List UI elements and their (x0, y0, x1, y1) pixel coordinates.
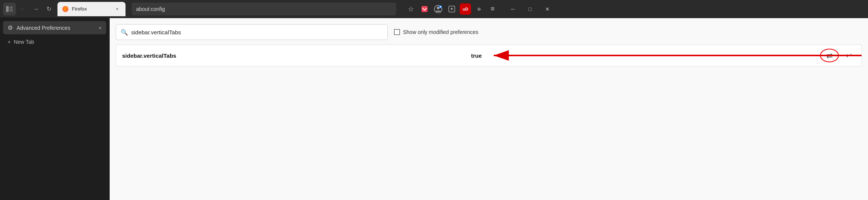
gear-icon: ⚙ (8, 24, 13, 31)
pocket-icon[interactable] (419, 3, 430, 15)
more-tools-icon[interactable]: » (473, 3, 485, 15)
sidebar-toggle-button[interactable] (3, 3, 16, 15)
show-modified-row: Show only modified preferences (394, 29, 478, 35)
toggle-button[interactable]: ⇄ (820, 49, 839, 62)
svg-rect-3 (9, 11, 13, 11)
search-row: 🔍 sidebar.verticalTabs Show only modifie… (116, 24, 862, 40)
sidebar-tab-label: Advanced Preferences (17, 25, 95, 31)
menu-icon[interactable]: ≡ (487, 3, 498, 15)
svg-rect-0 (6, 6, 9, 12)
sidebar: ⚙ Advanced Preferences × + New Tab (0, 18, 110, 200)
show-modified-checkbox[interactable] (394, 29, 400, 35)
reset-button[interactable]: ↩ (842, 49, 856, 62)
preferences-table: sidebar.verticalTabs true (116, 45, 862, 66)
close-button[interactable]: ✕ (539, 3, 556, 15)
plus-icon: + (8, 39, 11, 45)
url-text: about:config (136, 6, 165, 12)
pref-name: sidebar.verticalTabs (122, 52, 471, 59)
sidebar-tab-close-button[interactable]: × (99, 25, 102, 31)
svg-rect-5 (422, 6, 428, 12)
nav-buttons: ← → ↻ (3, 3, 54, 15)
pref-value: true (471, 52, 482, 59)
search-input[interactable]: sidebar.verticalTabs (131, 29, 383, 35)
active-tab[interactable]: Firefox × (57, 2, 126, 16)
back-button[interactable]: ← (17, 3, 29, 15)
tab-close-button[interactable]: × (113, 5, 121, 13)
table-row: sidebar.verticalTabs true (116, 45, 862, 66)
upload-icon[interactable] (446, 3, 457, 15)
toggle-icon: ⇄ (826, 51, 833, 60)
search-icon: 🔍 (121, 29, 128, 36)
sidebar-new-tab-button[interactable]: + New Tab (3, 36, 106, 48)
svg-point-9 (440, 6, 441, 8)
window-controls: ─ □ ✕ (504, 3, 556, 15)
refresh-button[interactable]: ↻ (43, 3, 54, 15)
reset-icon: ↩ (846, 51, 852, 60)
forward-button[interactable]: → (30, 3, 42, 15)
svg-rect-1 (9, 7, 13, 8)
titlebar: ← → ↻ Firefox × about:config ☆ (0, 0, 868, 18)
svg-rect-2 (9, 9, 13, 9)
profile-icon[interactable] (432, 3, 444, 15)
content-area: 🔍 sidebar.verticalTabs Show only modifie… (110, 18, 868, 200)
ublock-origin-icon[interactable]: uD (460, 3, 471, 15)
tab-favicon-icon (62, 6, 69, 12)
sidebar-advanced-preferences-tab[interactable]: ⚙ Advanced Preferences × (3, 21, 106, 34)
maximize-button[interactable]: □ (522, 3, 538, 15)
url-bar[interactable]: about:config (132, 3, 396, 15)
new-tab-label: New Tab (14, 39, 34, 45)
show-modified-label: Show only modified preferences (403, 29, 478, 35)
toolbar-icons: ☆ uD » ≡ (405, 3, 498, 15)
search-box[interactable]: 🔍 sidebar.verticalTabs (116, 24, 388, 40)
tab-title: Firefox (72, 6, 110, 12)
main-layout: ⚙ Advanced Preferences × + New Tab 🔍 sid… (0, 18, 868, 200)
bookmark-star-icon[interactable]: ☆ (405, 3, 417, 15)
minimize-button[interactable]: ─ (504, 3, 521, 15)
